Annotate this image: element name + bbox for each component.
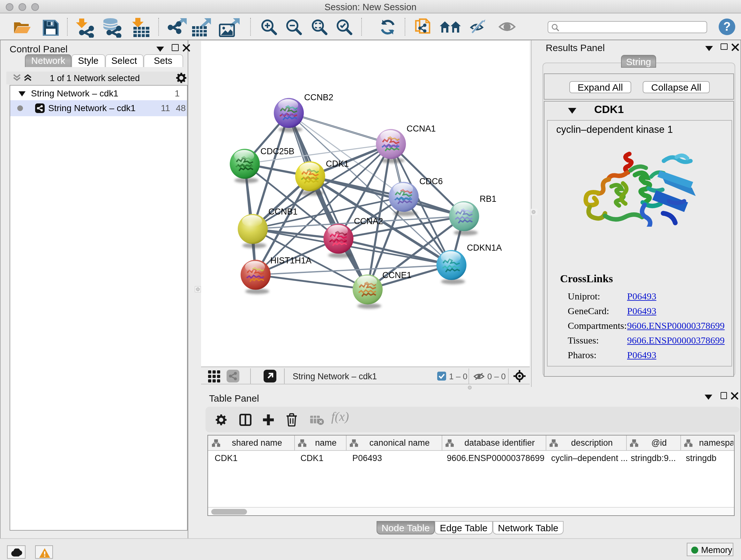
svg-text:CCNB2: CCNB2 — [304, 92, 333, 102]
svg-text:CDK1: CDK1 — [326, 159, 348, 168]
svg-text:RB1: RB1 — [479, 194, 496, 203]
svg-text:CCNA1: CCNA1 — [406, 124, 435, 133]
svg-text:CDC25B: CDC25B — [260, 146, 294, 156]
svg-text:CCNA2: CCNA2 — [354, 216, 383, 226]
svg-text:CCNB1: CCNB1 — [268, 206, 297, 216]
svg-text:HIST1H1A: HIST1H1A — [270, 255, 311, 265]
svg-text:CDC6: CDC6 — [419, 176, 443, 186]
svg-text:CDKN1A: CDKN1A — [467, 243, 502, 252]
svg-text:CCNE1: CCNE1 — [382, 270, 411, 280]
